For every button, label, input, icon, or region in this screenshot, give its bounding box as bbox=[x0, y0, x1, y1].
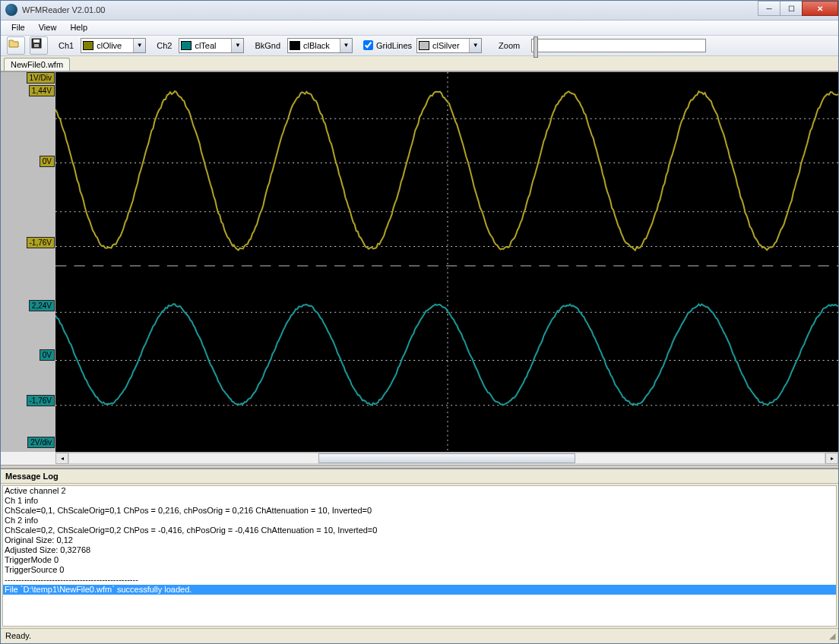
log-line[interactable]: TriggerSource 0 bbox=[3, 565, 836, 575]
ch1-scale-label: 1V/Div bbox=[27, 72, 55, 84]
ch1-label: Ch1 bbox=[59, 41, 74, 50]
log-line-selected[interactable]: File `D:\temp1\NewFile0.wfm` successfull… bbox=[3, 585, 836, 595]
gridlines-input[interactable] bbox=[363, 40, 373, 50]
menu-file[interactable]: File bbox=[5, 21, 31, 33]
minimize-button[interactable] bbox=[758, 1, 780, 16]
log-body[interactable]: Active channel 2Ch 1 infoChScale=0,1, Ch… bbox=[2, 485, 837, 627]
log-line[interactable]: Ch 2 info bbox=[3, 516, 836, 526]
grid-swatch bbox=[419, 41, 429, 50]
ch2-swatch bbox=[181, 41, 192, 50]
log-line[interactable]: Active channel 2 bbox=[3, 486, 836, 496]
log-line[interactable]: Adjusted Size: 0,32768 bbox=[3, 545, 836, 555]
ch1-min-label: -1,76V bbox=[27, 237, 55, 248]
svg-rect-2 bbox=[34, 44, 39, 47]
log-line[interactable]: ----------------------------------------… bbox=[3, 575, 836, 585]
bkgnd-color-combo[interactable]: clBlack ▼ bbox=[287, 38, 353, 53]
maximize-button[interactable] bbox=[780, 1, 803, 16]
ch2-max-label: 2,24V bbox=[29, 300, 55, 311]
ch2-scale-label: 2V/div bbox=[27, 437, 55, 448]
log-line[interactable]: TriggerMode 0 bbox=[3, 555, 836, 565]
zoom-slider[interactable] bbox=[531, 39, 706, 52]
scroll-right-button[interactable]: ▸ bbox=[825, 453, 838, 464]
waveform-svg bbox=[55, 72, 838, 452]
ch1-zero-label: 0V bbox=[40, 156, 55, 167]
scroll-track[interactable] bbox=[68, 453, 825, 464]
ch1-max-label: 1,44V bbox=[29, 85, 55, 96]
menu-view[interactable]: View bbox=[33, 21, 63, 33]
ch2-min-label: -1,76V bbox=[27, 395, 55, 406]
resize-grip-icon[interactable]: ◢ bbox=[829, 631, 834, 641]
scroll-thumb[interactable] bbox=[318, 453, 575, 463]
ch2-color-combo[interactable]: clTeal ▼ bbox=[179, 38, 244, 53]
chevron-down-icon: ▼ bbox=[469, 39, 481, 52]
grid-color-combo[interactable]: clSilver ▼ bbox=[416, 38, 482, 53]
log-line[interactable]: Ch 1 info bbox=[3, 496, 836, 506]
app-icon bbox=[5, 4, 17, 16]
chevron-down-icon: ▼ bbox=[231, 39, 243, 52]
y-axis-gutter: 1V/Div 1,44V 0V -1,76V 2,24V 0V -1,76V 2… bbox=[1, 72, 55, 452]
window-title: WFMReader V2.01.00 bbox=[22, 5, 105, 14]
close-button[interactable] bbox=[802, 1, 838, 16]
ch2-label: Ch2 bbox=[157, 41, 172, 50]
log-line[interactable]: ChScale=0,1, ChScaleOrig=0,1 ChPos = 0,2… bbox=[3, 506, 836, 516]
ch1-swatch bbox=[83, 41, 93, 50]
floppy-save-icon bbox=[30, 37, 47, 54]
ch1-color-combo[interactable]: clOlive ▼ bbox=[81, 38, 146, 53]
file-tab[interactable]: NewFile0.wfm bbox=[4, 58, 70, 71]
chevron-down-icon: ▼ bbox=[340, 39, 352, 52]
scroll-left-button[interactable]: ◂ bbox=[55, 453, 68, 464]
open-button[interactable] bbox=[7, 36, 25, 55]
ch2-color-text: clTeal bbox=[195, 41, 231, 50]
zoom-label: Zoom bbox=[499, 41, 520, 50]
waveform-plot[interactable] bbox=[55, 72, 838, 452]
gridlines-label: GridLines bbox=[376, 41, 412, 50]
status-text: Ready. bbox=[5, 631, 31, 640]
bkgnd-label: BkGnd bbox=[255, 41, 280, 50]
chevron-down-icon: ▼ bbox=[133, 39, 145, 52]
bkgnd-color-text: clBlack bbox=[303, 41, 340, 50]
svg-rect-1 bbox=[33, 39, 40, 43]
ch2-zero-label: 0V bbox=[40, 349, 55, 361]
log-line[interactable]: ChScale=0,2, ChScaleOrig=0,2 ChPos = -0,… bbox=[3, 526, 836, 535]
bkgnd-swatch bbox=[290, 41, 300, 50]
gridlines-checkbox[interactable]: GridLines bbox=[363, 40, 412, 50]
save-button[interactable] bbox=[30, 36, 48, 55]
log-title: Message Log bbox=[1, 469, 838, 484]
grid-color-text: clSilver bbox=[432, 41, 469, 50]
ch1-color-text: clOlive bbox=[97, 41, 133, 50]
log-line[interactable]: Original Size: 0,12 bbox=[3, 535, 836, 545]
folder-open-icon bbox=[8, 37, 24, 54]
menu-help[interactable]: Help bbox=[64, 21, 93, 33]
